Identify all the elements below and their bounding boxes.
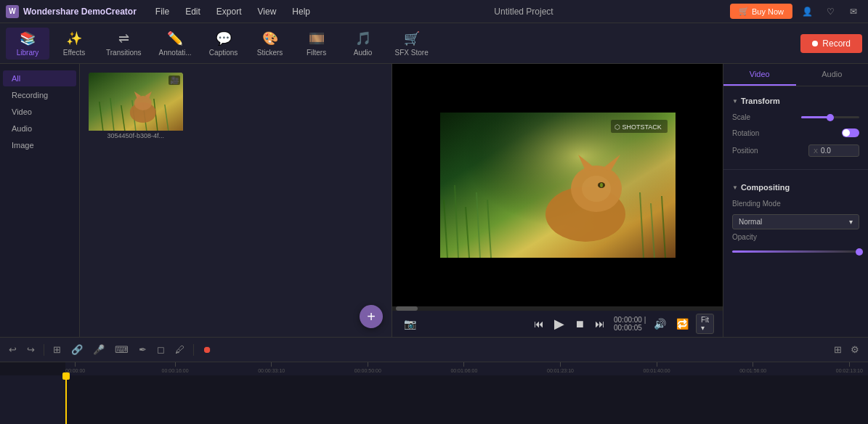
position-row: Position X 0.0 [732,141,859,160]
layout-button[interactable]: ⊞ [831,343,845,356]
category-recording[interactable]: Recording [3,87,76,103]
toolbar-annotations[interactable]: ✏️ Annotati... [152,28,199,60]
transform-header[interactable]: ▼ Transform [732,92,859,110]
transform-section: ▼ Transform Scale Rotation Position [723,86,868,166]
menu-file[interactable]: File [148,4,177,20]
menu-export[interactable]: Export [209,4,249,20]
tab-audio[interactable]: Audio [796,64,869,86]
fast-forward-button[interactable]: ⏭ [592,317,608,331]
library-categories: All Recording Video Audio Image [0,64,79,160]
category-all[interactable]: All [3,70,76,86]
mic-button[interactable]: 🎤 [90,343,108,356]
sfx-icon: 🛒 [404,30,420,46]
mail-icon[interactable]: ✉ [845,3,862,20]
heart-icon[interactable]: ♡ [822,3,839,20]
toolbar-audio[interactable]: 🎵 Audio [341,28,385,60]
scale-slider-thumb[interactable] [827,114,834,121]
category-video[interactable]: Video [3,104,76,120]
toolbar-library[interactable]: 📚 Library [6,28,49,60]
left-panel: All Recording Video Audio Image [0,64,80,337]
menu-help[interactable]: Help [285,4,317,20]
menu-items: File Edit Export View Help [148,4,317,20]
record-timeline-button[interactable]: ⏺ [200,343,215,356]
play-button[interactable]: ▶ [551,314,567,333]
scale-row: Scale [732,110,859,125]
toolbar-stickers[interactable]: 🎨 Stickers [248,28,292,60]
record-button[interactable]: Record [800,34,862,53]
fit-select[interactable]: Fit ▾ [696,314,714,334]
rotation-toggle[interactable] [842,129,859,137]
toolbar-sfx[interactable]: 🛒 SFX Store [388,28,436,60]
compositing-section: ▼ Compositing Blending Mode Normal ▾ Opa… [723,173,868,258]
toolbar-captions[interactable]: 💬 Captions [202,28,246,60]
playback-controls: ⏮ ▶ ⏹ ⏭ [531,314,608,333]
add-media-button[interactable]: + [360,305,383,328]
volume-button[interactable]: 🔊 [651,317,669,331]
redo-button[interactable]: ↪ [24,343,38,356]
toolbar-filters[interactable]: 🎞️ Filters [295,28,338,60]
svg-point-26 [582,176,611,202]
toolbar-effects[interactable]: ✨ Effects [52,28,96,60]
media-filename-1: 3054450f-b308-4f... [89,131,183,141]
preview-scrollbar-thumb[interactable] [396,306,418,311]
media-panel: 🎥 3054450f-b308-4f... + [80,64,392,337]
category-audio[interactable]: Audio [3,121,76,136]
settings-timeline-button[interactable]: ⚙ [848,343,862,356]
app-logo-icon: W [6,5,19,18]
preview-panel: ⬡ SHOTSTACK 📷 ⏮ ▶ ⏹ ⏭ 00:00:00 | 00:00:0… [392,64,723,337]
track-area [65,375,868,424]
project-title: Untitled Project [317,7,730,17]
preview-video-container: ⬡ SHOTSTACK [440,113,676,258]
preview-scrollbar[interactable] [392,306,723,311]
stop-button[interactable]: ⏹ [572,317,588,331]
opacity-slider[interactable] [732,250,859,253]
text-button[interactable]: ⌨ [112,343,131,356]
camera-badge-icon: 🎥 [169,76,180,85]
filters-icon: 🎞️ [309,30,325,46]
preview-controls: 📷 ⏮ ▶ ⏹ ⏭ 00:00:00 | 00:00:05 🔊 🔁 Fit ▾ [392,311,723,337]
compositing-header[interactable]: ▼ Compositing [732,179,859,196]
ruler-mark-8: 00:02:13:10 [836,362,863,373]
buy-now-button[interactable]: 🛒 Buy Now [730,4,792,19]
position-x-input[interactable]: X 0.0 [808,144,859,157]
compositing-chevron-icon: ▼ [732,184,738,191]
opacity-row: Opacity [732,229,859,245]
draw-button[interactable]: ✒ [136,343,150,356]
undo-button[interactable]: ↩ [6,343,20,356]
annotations-icon: ✏️ [167,30,183,46]
loop-button[interactable]: 🔁 [673,317,691,331]
playhead[interactable] [65,375,67,424]
timeline-tracks [0,375,868,424]
opacity-slider-thumb[interactable] [856,248,863,256]
menu-edit[interactable]: Edit [178,4,208,20]
transitions-icon: ⇌ [118,30,129,46]
category-image[interactable]: Image [3,137,76,153]
rotation-toggle-thumb [843,129,850,136]
scale-slider-fill [801,116,830,118]
toolbar-transitions[interactable]: ⇌ Transitions [99,28,149,60]
ruler-mark-6: 00:01:40:00 [644,362,670,373]
shape-button[interactable]: ◻ [154,343,168,356]
ruler-mark-3: 00:00:50:00 [354,362,381,373]
time-display: 00:00:00 | 00:00:05 [614,316,646,332]
top-right-actions: 🛒 Buy Now 👤 ♡ ✉ [730,3,862,20]
media-item-1[interactable]: 🎥 3054450f-b308-4f... [89,73,183,141]
svg-point-28 [600,183,603,187]
captions-icon: 💬 [216,30,232,46]
split-button[interactable]: ⊞ [50,343,64,356]
playhead-marker [62,372,70,380]
ruler-mark-7: 00:01:56:00 [739,362,766,373]
link-button[interactable]: 🔗 [68,343,86,356]
pen-button[interactable]: 🖊 [172,343,187,356]
menu-view[interactable]: View [251,4,284,20]
user-icon[interactable]: 👤 [798,3,816,20]
effects-icon: ✨ [66,30,82,46]
ruler-mark-0: 00:00:00 [65,362,85,373]
scale-slider[interactable] [801,116,859,118]
toolbar: 📚 Library ✨ Effects ⇌ Transitions ✏️ Ann… [0,23,868,64]
tab-video[interactable]: Video [723,64,796,86]
camera-capture-button[interactable]: 📷 [401,317,419,331]
ruler-mark-4: 00:01:06:00 [450,362,477,373]
blending-mode-select[interactable]: Normal ▾ [732,214,859,229]
rewind-button[interactable]: ⏮ [531,317,547,331]
